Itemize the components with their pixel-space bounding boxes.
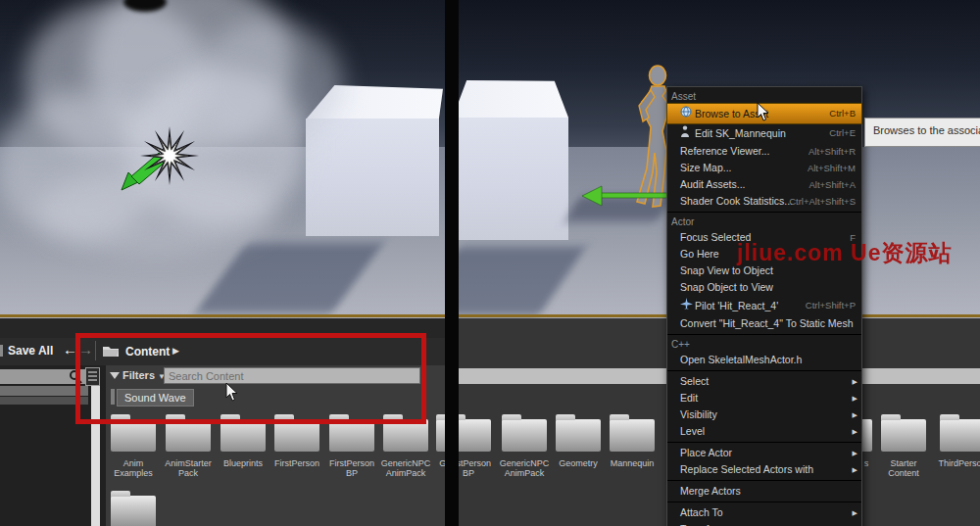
menu-section-header: C++ xyxy=(667,337,861,352)
folder-label: Starter Content xyxy=(875,458,932,478)
folder-label: AnimStarter Pack xyxy=(160,458,217,478)
menu-item-label: Edit SK_Mannequin xyxy=(695,127,786,139)
menu-item-visibility[interactable]: Visibility▶ xyxy=(667,406,861,423)
folder-label: FirstPerson xyxy=(269,458,325,468)
menu-item-select[interactable]: Select▶ xyxy=(667,373,861,390)
menu-section: ActorFocus SelectedFGo HereSnap View to … xyxy=(667,212,861,334)
menu-item-size-map[interactable]: Size Map...Alt+Shift+M xyxy=(667,160,861,176)
menu-item-convert-hit-react-4-to-static-mesh[interactable]: Convert "Hit_React_4" To Static Mesh xyxy=(667,315,861,332)
menu-item-shortcut: Alt+Shift+A xyxy=(808,176,856,193)
particle-star-sprite[interactable] xyxy=(137,123,202,188)
menu-section: C++Open SkeletalMeshActor.h xyxy=(667,334,861,370)
menu-item-open-skeletalmeshactor-h[interactable]: Open SkeletalMeshActor.h xyxy=(667,352,861,368)
menu-item-shortcut: Alt+Shift+R xyxy=(808,143,856,160)
menu-item-reference-viewer[interactable]: Reference Viewer...Alt+Shift+R xyxy=(667,143,861,160)
menu-item-label: Visibility xyxy=(680,408,717,420)
menu-section: Merge Actors xyxy=(667,480,861,502)
menu-item-label: Convert "Hit_React_4" To Static Mesh xyxy=(680,317,854,329)
menu-item-shader-cook-statistics[interactable]: Shader Cook Statistics...Ctrl+Alt+Shift+… xyxy=(667,193,861,210)
folder-geometry[interactable] xyxy=(556,419,601,452)
submenu-arrow-icon: ▶ xyxy=(853,461,858,478)
menu-item-label: Level xyxy=(680,425,705,437)
menu-item-label: Pilot 'Hit_React_4' xyxy=(695,300,778,311)
menu-item-shortcut: Ctrl+Alt+Shift+S xyxy=(789,193,856,210)
folder-label: Anim Examples xyxy=(105,458,162,478)
menu-section: Place Actor▶Replace Selected Actors with… xyxy=(667,442,861,480)
folder-label: FirstPerson BP xyxy=(323,458,380,478)
menu-item-snap-object-to-view[interactable]: Snap Object to View xyxy=(667,279,861,296)
mouse-cursor-secondary xyxy=(225,383,239,403)
person-icon xyxy=(680,123,695,143)
menu-section: Attach To▶Transform▶ xyxy=(667,502,861,526)
menu-item-label: Edit xyxy=(680,392,698,404)
submenu-arrow-icon: ▶ xyxy=(853,373,858,390)
folder-label: Blueprints xyxy=(215,458,271,468)
toolbar-edge xyxy=(0,345,3,357)
menu-item-audit-assets[interactable]: Audit Assets...Alt+Shift+A xyxy=(667,176,861,193)
submenu-arrow-icon: ▶ xyxy=(853,445,858,461)
plane-icon xyxy=(680,296,695,315)
menu-item-label: Shader Cook Statistics... xyxy=(680,195,793,207)
watermark: jliue.com Ue资源站 xyxy=(737,238,952,268)
menu-item-label: Attach To xyxy=(680,506,723,518)
menu-item-edit[interactable]: Edit▶ xyxy=(667,390,861,406)
save-all-button[interactable]: Save All xyxy=(8,344,53,358)
submenu-arrow-icon: ▶ xyxy=(853,423,858,440)
menu-item-shortcut: Ctrl+Shift+P xyxy=(806,296,856,315)
cube-top-face[interactable] xyxy=(453,80,568,120)
folder-grid-left: Anim ExamplesAnimStarter PackBlueprintsF… xyxy=(0,411,445,526)
menu-section: Select▶Edit▶Visibility▶Level▶ xyxy=(667,370,861,442)
menu-item-label: Audit Assets... xyxy=(680,178,746,190)
menu-item-edit-sk-mannequin[interactable]: Edit SK_MannequinCtrl+E xyxy=(667,123,861,143)
submenu-arrow-icon: ▶ xyxy=(853,406,858,423)
split-divider xyxy=(445,0,459,526)
folder-row2[interactable] xyxy=(111,496,156,526)
folder-label: GenericNPC AnimPack xyxy=(377,458,434,478)
menu-item-label: Place Actor xyxy=(680,447,732,458)
menu-item-attach-to[interactable]: Attach To▶ xyxy=(667,504,861,521)
annotation-red-box xyxy=(75,333,426,424)
globe-icon xyxy=(680,104,695,123)
folder-label: Mannequin xyxy=(604,458,661,468)
menu-section-header: Asset xyxy=(667,89,861,104)
menu-item-place-actor[interactable]: Place Actor▶ xyxy=(667,445,861,461)
menu-item-merge-actors[interactable]: Merge Actors xyxy=(667,483,861,500)
tooltip: Browses to the associated xyxy=(864,118,980,147)
folder-thirdperson[interactable] xyxy=(940,419,980,452)
menu-item-pilot-hit-react-4[interactable]: Pilot 'Hit_React_4'Ctrl+Shift+P xyxy=(667,296,861,315)
menu-item-label: Size Map... xyxy=(680,162,732,173)
submenu-arrow-icon: ▶ xyxy=(853,504,858,521)
mouse-cursor xyxy=(757,103,770,122)
cube-front-face[interactable] xyxy=(453,118,568,240)
menu-section-header: Actor xyxy=(667,215,861,229)
editor-screenshot: Save All ← → Content ▶ Filters▼ Sound Wa… xyxy=(0,0,980,526)
menu-item-label: Open SkeletalMeshActor.h xyxy=(680,354,802,365)
menu-item-label: Go Here xyxy=(680,248,719,260)
folder-geometry[interactable] xyxy=(436,419,445,452)
submenu-arrow-icon: ▶ xyxy=(853,390,858,406)
folder-starter-content[interactable] xyxy=(881,419,926,452)
menu-item-level[interactable]: Level▶ xyxy=(667,423,861,440)
menu-item-label: Snap Object to View xyxy=(680,281,773,293)
folder-label: Geometry xyxy=(550,458,607,468)
menu-item-transform[interactable]: Transform▶ xyxy=(667,521,861,526)
menu-item-shortcut: Ctrl+E xyxy=(829,123,856,143)
folder-label: GenericNPC AnimPack xyxy=(496,458,553,478)
menu-item-replace-selected-actors-with[interactable]: Replace Selected Actors with▶ xyxy=(667,461,861,478)
folder-label: ThirdPerson xyxy=(934,458,980,468)
folder-mannequin[interactable] xyxy=(610,419,655,452)
menu-item-label: Reference Viewer... xyxy=(680,145,769,157)
menu-item-label: Merge Actors xyxy=(680,485,741,497)
menu-item-label: Replace Selected Actors with xyxy=(680,463,813,475)
folder-label: Geometry xyxy=(430,458,445,468)
menu-item-label: Select xyxy=(680,375,709,387)
folder-genericnpc-animpack[interactable] xyxy=(502,419,547,452)
actor-context-menu: AssetBrowse to AssetCtrl+BEdit SK_Manneq… xyxy=(666,86,862,526)
viewport-left[interactable] xyxy=(0,0,445,318)
menu-item-shortcut: Ctrl+B xyxy=(829,104,856,123)
menu-item-shortcut: Alt+Shift+M xyxy=(808,160,856,176)
submenu-arrow-icon: ▶ xyxy=(853,521,858,526)
